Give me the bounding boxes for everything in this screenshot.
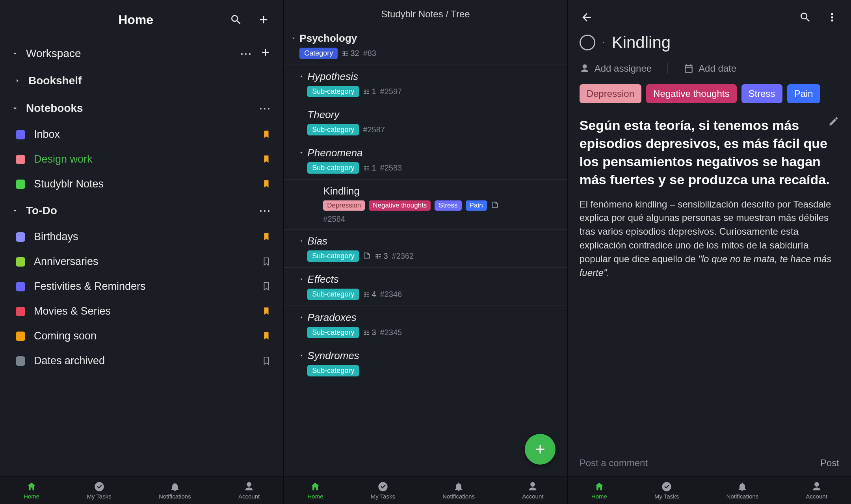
tree-root[interactable]: Psychology Category 32 #83: [284, 27, 567, 65]
nav-notifications[interactable]: Notifications: [442, 481, 475, 500]
tree-title: Theory: [307, 109, 559, 121]
bookshelf-row[interactable]: Bookshelf: [0, 67, 283, 94]
tree-node[interactable]: EffectsSub-category4#2346: [284, 268, 567, 306]
breadcrumb[interactable]: Studyblr Notes / Tree: [284, 0, 567, 27]
tag-chip[interactable]: Pain: [787, 84, 820, 103]
subtree-count: 3: [363, 328, 376, 337]
detail-meta: Add assignee Add date: [568, 59, 851, 82]
tree-node[interactable]: TheorySub-category#2587: [284, 103, 567, 141]
list-item[interactable]: Festivities & Reminders: [0, 274, 283, 299]
category-chip: Category: [299, 48, 338, 59]
workspace-section[interactable]: Workspace ⋯: [0, 39, 283, 67]
more-icon[interactable]: ⋯: [259, 101, 271, 115]
more-icon[interactable]: ⋯: [240, 46, 253, 60]
tag-chip[interactable]: Stress: [741, 84, 782, 103]
chevron-icon[interactable]: [295, 150, 307, 156]
hash-id: #2597: [380, 87, 402, 96]
chevron-down-icon: [9, 50, 20, 57]
list-item[interactable]: Dates archived: [0, 348, 283, 373]
add-section-icon[interactable]: [260, 46, 271, 58]
chevron-right-icon: [12, 77, 23, 85]
nav-account[interactable]: Account: [238, 481, 260, 500]
nav-notifications[interactable]: Notifications: [727, 481, 759, 500]
search-icon[interactable]: [797, 9, 813, 25]
todo-row[interactable]: To-Do ⋯: [0, 196, 283, 224]
notebooks-label: Notebooks: [26, 102, 259, 115]
more-icon[interactable]: ⋯: [259, 204, 271, 217]
list-item-label: Birthdays: [34, 231, 262, 243]
list-item[interactable]: Coming soon: [0, 324, 283, 348]
list-item[interactable]: Design work: [0, 147, 283, 172]
notebooks-row[interactable]: Notebooks ⋯: [0, 94, 283, 122]
nav-account[interactable]: Account: [522, 481, 543, 500]
hash-id: #83: [363, 49, 376, 58]
color-swatch: [16, 232, 25, 242]
bookmark-icon[interactable]: [262, 355, 271, 367]
bookmark-icon[interactable]: [262, 178, 271, 190]
tree-node-child[interactable]: KindlingDepressionNegative thoughtsStres…: [284, 180, 567, 230]
bottom-nav: HomeMy TasksNotificationsAccount: [568, 476, 851, 504]
bookmark-icon[interactable]: [262, 231, 271, 243]
bookmark-icon[interactable]: [262, 281, 271, 293]
nav-home[interactable]: Home: [591, 481, 607, 500]
comment-placeholder[interactable]: Post a comment: [580, 458, 648, 469]
nav-home[interactable]: Home: [24, 481, 39, 500]
chevron-down-icon[interactable]: [288, 35, 299, 41]
list-item-label: Anniversaries: [34, 256, 262, 268]
post-button[interactable]: Post: [820, 458, 839, 469]
nav-notifications[interactable]: Notifications: [159, 481, 191, 500]
fab-add-button[interactable]: [525, 434, 556, 465]
bookmark-icon[interactable]: [262, 330, 271, 342]
edit-icon[interactable]: [828, 116, 839, 128]
tag-chip: Stress: [435, 200, 461, 211]
chevron-down-icon: [9, 104, 20, 112]
note-icon: [363, 252, 371, 261]
list-item[interactable]: Birthdays: [0, 224, 283, 249]
subtree-count: 1: [363, 87, 376, 96]
nav-mytasks[interactable]: My Tasks: [87, 481, 111, 500]
add-date-button[interactable]: Add date: [684, 63, 736, 74]
tree-node[interactable]: BiasSub-category3#2362: [284, 230, 567, 268]
add-icon[interactable]: [256, 12, 271, 28]
chevron-icon[interactable]: [295, 353, 307, 358]
list-item[interactable]: Movies & Series: [0, 299, 283, 324]
tree-node[interactable]: HypothesisSub-category1#2597: [284, 65, 567, 103]
tree-title: Psychology: [299, 32, 559, 44]
bookmark-icon[interactable]: [262, 154, 271, 165]
list-item[interactable]: Studyblr Notes: [0, 172, 283, 196]
chevron-icon[interactable]: [295, 276, 307, 282]
add-date-label: Add date: [699, 63, 736, 74]
nav-home[interactable]: Home: [307, 481, 323, 500]
pane1-header: Home: [0, 0, 283, 39]
nav-account[interactable]: Account: [806, 481, 827, 500]
color-swatch: [16, 307, 25, 316]
subcategory-chip: Sub-category: [307, 327, 359, 338]
tree-node[interactable]: ParadoxesSub-category3#2345: [284, 306, 567, 344]
workspace-label: Workspace: [26, 47, 240, 60]
back-icon[interactable]: [579, 9, 595, 25]
color-swatch: [16, 257, 25, 267]
bookmark-icon[interactable]: [262, 256, 271, 268]
tree-node[interactable]: SyndromesSub-category: [284, 344, 567, 382]
chevron-icon[interactable]: [295, 315, 307, 320]
chevron-icon[interactable]: [295, 238, 307, 244]
chevron-down-icon[interactable]: [602, 39, 606, 46]
bookmark-icon[interactable]: [262, 129, 271, 141]
detail-title: Kindling: [612, 33, 671, 52]
chevron-icon[interactable]: [295, 74, 307, 79]
bookmark-icon[interactable]: [262, 306, 271, 317]
list-item[interactable]: Anniversaries: [0, 249, 283, 274]
more-vertical-icon[interactable]: [824, 9, 840, 25]
tree-node[interactable]: PhenomenaSub-category1#2583: [284, 141, 567, 180]
nav-mytasks[interactable]: My Tasks: [371, 481, 395, 500]
hash-id: #2346: [380, 290, 402, 299]
add-assignee-button[interactable]: Add assignee: [580, 63, 652, 74]
color-swatch: [16, 180, 25, 189]
status-circle-icon[interactable]: [580, 35, 595, 50]
tag-chip[interactable]: Negative thoughts: [646, 84, 736, 103]
bottom-nav: HomeMy TasksNotificationsAccount: [0, 476, 283, 504]
nav-mytasks[interactable]: My Tasks: [654, 481, 679, 500]
list-item[interactable]: Inbox: [0, 122, 283, 147]
tag-chip[interactable]: Depression: [580, 84, 641, 103]
search-icon[interactable]: [228, 12, 244, 28]
